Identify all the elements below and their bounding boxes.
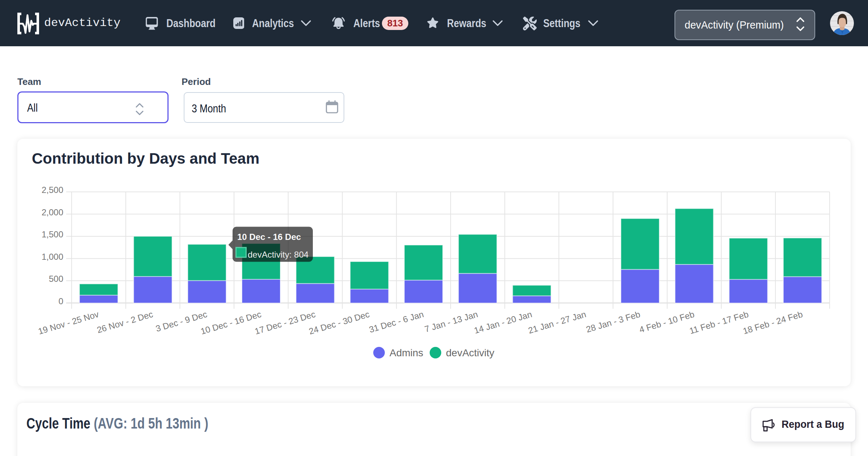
svg-text:500: 500 <box>49 274 63 284</box>
svg-text:7 Jan - 13 Jan: 7 Jan - 13 Jan <box>424 309 479 334</box>
svg-text:devActivity: devActivity <box>446 347 494 358</box>
svg-text:28 Jan - 3 Feb: 28 Jan - 3 Feb <box>585 309 641 335</box>
svg-text:10 Dec - 16 Dec: 10 Dec - 16 Dec <box>237 232 301 242</box>
svg-text:11 Feb - 17 Feb: 11 Feb - 17 Feb <box>688 309 750 336</box>
svg-text:0: 0 <box>59 296 63 306</box>
svg-text:1,000: 1,000 <box>42 252 63 262</box>
svg-text:2,500: 2,500 <box>42 185 63 195</box>
svg-text:10 Dec - 16 Dec: 10 Dec - 16 Dec <box>199 309 262 336</box>
svg-text:31 Dec - 6 Jan: 31 Dec - 6 Jan <box>368 309 425 335</box>
svg-text:19 Nov - 25 Nov: 19 Nov - 25 Nov <box>37 309 100 336</box>
svg-text:17 Dec - 23 Dec: 17 Dec - 23 Dec <box>254 309 316 336</box>
svg-text:4 Feb - 10 Feb: 4 Feb - 10 Feb <box>638 309 695 335</box>
svg-text:2,000: 2,000 <box>42 207 63 217</box>
svg-text:14 Jan - 20 Jan: 14 Jan - 20 Jan <box>473 309 533 336</box>
svg-text:devActivity: 804: devActivity: 804 <box>248 250 309 259</box>
svg-text:26 Nov - 2 Dec: 26 Nov - 2 Dec <box>96 309 154 335</box>
svg-text:24 Dec - 30 Dec: 24 Dec - 30 Dec <box>308 309 371 336</box>
svg-text:Admins: Admins <box>390 347 423 358</box>
svg-text:18 Feb - 24 Feb: 18 Feb - 24 Feb <box>742 309 804 336</box>
svg-text:21 Jan - 27 Jan: 21 Jan - 27 Jan <box>527 309 587 336</box>
svg-text:1,500: 1,500 <box>42 229 63 239</box>
